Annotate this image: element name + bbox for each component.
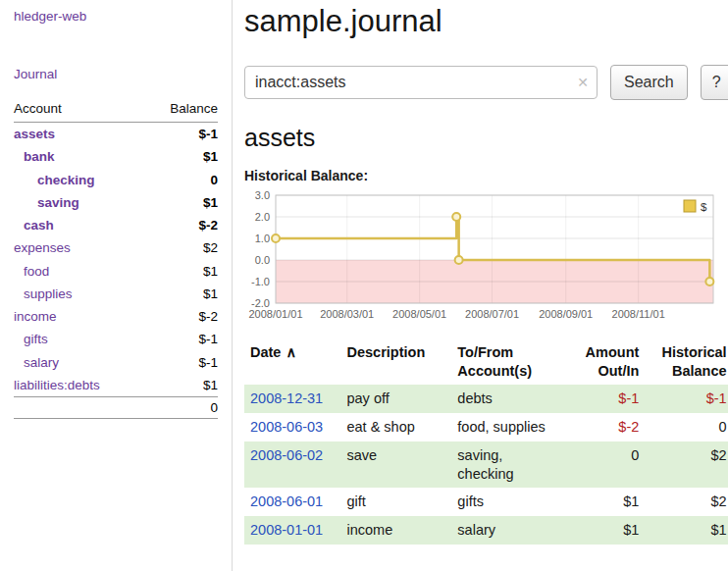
- register-body: 2008-12-31pay offdebts$-1$-12008-06-03ea…: [244, 385, 728, 545]
- account-row: supplies$1: [14, 283, 218, 305]
- account-balance: $-1: [145, 328, 218, 350]
- accounts-body: assets$-1bank$1checking0saving$1cash$-2e…: [14, 123, 218, 397]
- account-link[interactable]: cash: [14, 217, 54, 234]
- svg-text:0.0: 0.0: [255, 254, 270, 266]
- account-link[interactable]: gifts: [14, 331, 48, 347]
- svg-text:2008/11/01: 2008/11/01: [612, 308, 665, 320]
- sidebar: hledger-web Journal Account Balance asse…: [0, 0, 233, 571]
- column-header-description: Description: [340, 341, 451, 385]
- nav-journal-link[interactable]: Journal: [14, 67, 218, 81]
- transaction-amount: $-1: [568, 385, 645, 413]
- sort-ascending-icon: ∧: [286, 344, 296, 360]
- account-row: cash$-2: [14, 214, 218, 236]
- svg-text:2008/03/01: 2008/03/01: [320, 308, 374, 320]
- account-balance: 0: [145, 169, 218, 191]
- account-balance: $-1: [145, 123, 218, 146]
- account-link[interactable]: saving: [14, 194, 79, 211]
- account-balance: $1: [145, 374, 218, 397]
- account-balance: $-1: [145, 351, 218, 374]
- chart-title: Historical Balance:: [244, 168, 728, 183]
- account-balance: $-2: [145, 214, 218, 236]
- account-row: saving$1: [14, 191, 218, 214]
- accounts-header-line2: Account(s): [457, 363, 532, 379]
- svg-text:2.0: 2.0: [255, 211, 270, 223]
- account-row: income$-2: [14, 305, 218, 328]
- accounts-header-account: Account: [14, 98, 145, 123]
- transaction-description: pay off: [340, 385, 451, 413]
- account-link[interactable]: bank: [14, 148, 55, 165]
- account-row: expenses$2: [14, 236, 218, 259]
- amount-header-line1: Amount: [586, 344, 640, 360]
- date-header-label: Date: [250, 344, 281, 360]
- account-row: gifts$-1: [14, 328, 218, 350]
- page-title: sample.journal: [244, 4, 728, 39]
- account-link[interactable]: income: [14, 308, 57, 325]
- account-link[interactable]: supplies: [14, 286, 73, 302]
- transaction-date-link[interactable]: 2008-06-03: [250, 419, 323, 435]
- balance-header-line2: Balance: [672, 363, 727, 379]
- account-balance: $2: [145, 236, 218, 259]
- transaction-balance: $1: [645, 516, 728, 545]
- transaction-balance: 0: [645, 413, 728, 441]
- svg-text:2008/01/01: 2008/01/01: [248, 308, 302, 320]
- transaction-description: save: [340, 441, 451, 489]
- account-row: food$1: [14, 260, 218, 283]
- register-row[interactable]: 2008-06-02savesaving, checking0$2: [244, 441, 728, 489]
- transaction-date-link[interactable]: 2008-06-02: [250, 447, 323, 463]
- account-row: assets$-1: [14, 123, 218, 146]
- transaction-amount: $1: [568, 488, 645, 516]
- balance-chart: 3.02.01.00.0-1.0-2.02008/01/012008/03/01…: [244, 187, 719, 327]
- transaction-date-link[interactable]: 2008-06-01: [250, 493, 323, 509]
- column-header-date[interactable]: Date∧: [244, 341, 340, 385]
- transaction-accounts: saving, checking: [451, 441, 568, 489]
- register-row[interactable]: 2008-06-03eat & shopfood, supplies$-20: [244, 413, 728, 441]
- app-title-link[interactable]: hledger-web: [14, 9, 218, 24]
- account-row: bank$1: [14, 145, 218, 168]
- register-row[interactable]: 2008-06-01giftgifts$1$2: [244, 488, 728, 516]
- account-row: salary$-1: [14, 351, 218, 374]
- account-balance: $1: [145, 145, 218, 168]
- transaction-date-link[interactable]: 2008-01-01: [250, 522, 323, 538]
- account-balance: $1: [145, 191, 218, 214]
- accounts-header-balance: Balance: [145, 98, 218, 123]
- svg-text:2008/07/01: 2008/07/01: [465, 308, 519, 320]
- amount-header-line2: Out/In: [598, 363, 639, 379]
- register-header-row: Date∧ Description To/From Account(s) Amo…: [244, 341, 728, 385]
- account-link[interactable]: salary: [14, 354, 59, 371]
- main-content: sample.journal ✕ Search ? assets Histori…: [233, 0, 728, 571]
- accounts-header-line1: To/From: [457, 344, 513, 360]
- description-header-label: Description: [346, 344, 425, 360]
- transaction-amount: $-2: [568, 413, 645, 441]
- svg-text:-1.0: -1.0: [251, 276, 270, 287]
- account-link[interactable]: food: [14, 263, 49, 280]
- account-link[interactable]: checking: [14, 172, 95, 188]
- help-button[interactable]: ?: [701, 65, 728, 100]
- search-input[interactable]: [244, 66, 598, 99]
- register-row[interactable]: 2008-01-01incomesalary$1$1: [244, 516, 728, 545]
- account-row: liabilities:debts$1: [14, 374, 218, 397]
- accounts-table: Account Balance assets$-1bank$1checking0…: [14, 98, 218, 419]
- account-link[interactable]: assets: [14, 126, 55, 142]
- transaction-description: eat & shop: [340, 413, 451, 441]
- accounts-total-row: 0: [14, 397, 218, 419]
- svg-text:$: $: [701, 201, 707, 213]
- svg-text:3.0: 3.0: [255, 189, 270, 201]
- svg-text:2008/05/01: 2008/05/01: [392, 308, 446, 320]
- account-heading: assets: [244, 124, 728, 152]
- transaction-balance: $2: [645, 441, 728, 489]
- clear-search-icon[interactable]: ✕: [577, 75, 589, 90]
- transaction-accounts: debts: [451, 385, 568, 413]
- account-link[interactable]: expenses: [14, 239, 71, 256]
- register-row[interactable]: 2008-12-31pay offdebts$-1$-1: [244, 385, 728, 413]
- account-balance: $1: [145, 260, 218, 283]
- search-row: ✕ Search ?: [244, 65, 728, 100]
- accounts-total-spacer: [14, 397, 145, 419]
- transaction-amount: $1: [568, 516, 645, 545]
- column-header-accounts: To/From Account(s): [451, 341, 568, 385]
- transaction-date-link[interactable]: 2008-12-31: [250, 390, 323, 406]
- account-balance: $-2: [145, 305, 218, 328]
- search-button[interactable]: Search: [610, 65, 688, 100]
- transaction-accounts: salary: [451, 516, 568, 545]
- account-link[interactable]: liabilities:debts: [14, 377, 100, 393]
- transaction-description: income: [340, 516, 451, 545]
